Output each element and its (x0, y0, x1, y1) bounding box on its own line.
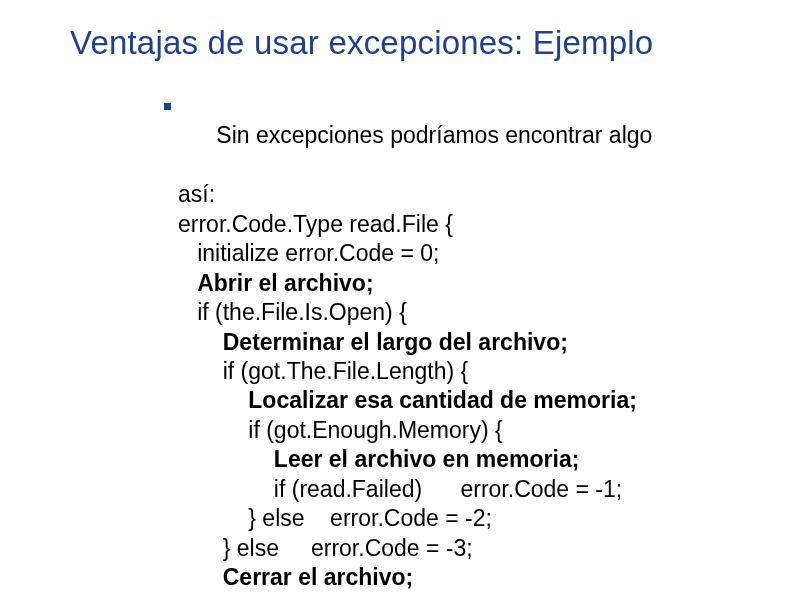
code-text: if (got.Enough.Memory) { (178, 417, 503, 443)
slide: Ventajas de usar excepciones: Ejemplo Si… (0, 0, 794, 595)
code-line: Determinar el largo del archivo; (178, 328, 675, 357)
code-line: if (got.The.File.Length) { (178, 357, 675, 386)
code-line: Cerrar el archivo; (178, 563, 675, 592)
code-line: Leer el archivo en memoria; (178, 445, 675, 474)
code-line: error.Code.Type read.File { (178, 210, 675, 239)
code-text: } else error.Code = -3; (178, 535, 473, 561)
code-text-bold: Cerrar el archivo; (223, 564, 413, 590)
code-text: error.Code.Type read.File { (178, 211, 453, 237)
intro-line-2: así: (178, 180, 675, 209)
code-text: if (read.Failed) error.Code = -1; (178, 476, 622, 502)
code-text: initialize error.Code = 0; (178, 240, 439, 266)
code-text: } else error.Code = -2; (178, 505, 492, 531)
code-text-bold: Determinar el largo del archivo; (223, 329, 568, 355)
code-text-bold: Abrir el archivo; (197, 270, 373, 296)
intro-text-1: Sin excepciones podríamos encontrar algo (216, 122, 652, 148)
code-line: Abrir el archivo; (178, 269, 675, 298)
code-text: if (got.The.File.Length) { (178, 358, 468, 384)
slide-title: Ventajas de usar excepciones: Ejemplo (70, 24, 653, 62)
code-indent (178, 329, 223, 355)
code-text: if (the.File.Is.Open) { (178, 299, 407, 325)
code-line: initialize error.Code = 0; (178, 239, 675, 268)
code-line: } else error.Code = -3; (178, 534, 675, 563)
slide-body: Sin excepciones podríamos encontrar algo… (178, 92, 675, 595)
code-line: } else error.Code = -2; (178, 504, 675, 533)
bullet-icon (164, 103, 171, 110)
code-line: if (got.Enough.Memory) { (178, 416, 675, 445)
code-indent (178, 446, 274, 472)
code-indent (178, 387, 248, 413)
code-line: if (read.Failed) error.Code = -1; (178, 475, 675, 504)
code-text-bold: Leer el archivo en memoria; (274, 446, 580, 472)
code-line: Localizar esa cantidad de memoria; (178, 386, 675, 415)
code-indent (178, 270, 197, 296)
code-line: if (the.File.Is.Open) { (178, 298, 675, 327)
code-text-bold: Localizar esa cantidad de memoria; (248, 387, 637, 413)
intro-line-1: Sin excepciones podríamos encontrar algo (178, 92, 675, 180)
code-indent (178, 564, 223, 590)
